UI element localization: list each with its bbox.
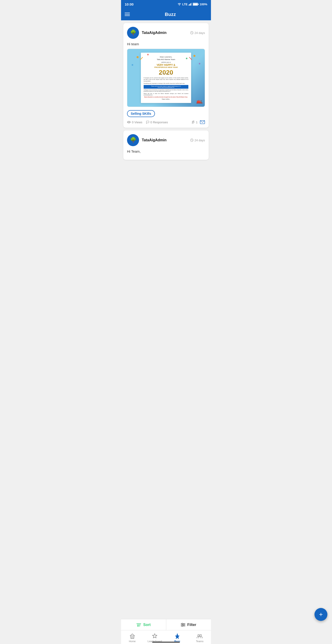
filter-icon	[181, 623, 185, 627]
status-time: 10:00	[125, 2, 134, 6]
avatar: 🌳	[127, 27, 139, 39]
newsletter-body1: If mangoes are for summers then grapes a…	[144, 77, 188, 82]
svg-marker-44	[175, 634, 179, 639]
post-card: 🌳 TataAigAdmin 24 days Hi Team,	[123, 130, 209, 160]
newsletter-body2: Something very important is missing in t…	[144, 83, 188, 84]
svg-rect-2	[190, 3, 191, 6]
status-icons: LTE 100%	[177, 2, 207, 6]
nav-label-home: Home	[129, 640, 136, 642]
eye-icon	[127, 121, 131, 124]
newsletter-reading: Happy reading...	[144, 98, 188, 100]
attachment-count: 1	[196, 120, 198, 124]
signal-icon	[189, 3, 192, 6]
post-tag[interactable]: Selling SKills	[127, 110, 155, 117]
filter-label: Filter	[187, 623, 196, 627]
views-stat: 0 Views	[127, 120, 142, 124]
buzz-icon	[174, 633, 180, 639]
svg-rect-13	[196, 102, 202, 104]
clock-icon	[190, 31, 193, 34]
filter-button[interactable]: Filter	[166, 619, 211, 630]
page-title: Buzz	[134, 12, 207, 17]
newsletter-year: 2020	[144, 69, 188, 76]
post-feed: 🌳 TataAigAdmin 24 days Hi team Dear Lear…	[121, 20, 211, 188]
post-author: TataAigAdmin	[142, 138, 190, 142]
svg-rect-0	[189, 4, 189, 6]
sort-label: Sort	[143, 623, 151, 627]
svg-point-25	[129, 122, 129, 122]
wifi-icon	[177, 3, 181, 6]
svg-text:🌳: 🌳	[130, 29, 137, 36]
home-icon	[129, 633, 135, 639]
newsletter-colleagues: Colleagues from all channels are request…	[144, 89, 188, 92]
newsletter-marine: Marine Newslink is a monthly info-letter…	[144, 96, 188, 98]
post-author: TataAigAdmin	[142, 31, 190, 35]
battery-label: 100%	[200, 2, 207, 6]
svg-rect-5	[198, 4, 198, 5]
attachment-stat: 1	[192, 120, 198, 124]
status-bar: 10:00 LTE 100%	[121, 0, 211, 8]
post-time: 24 days	[190, 138, 205, 142]
post-card: 🌳 TataAigAdmin 24 days Hi team Dear Lear…	[123, 23, 209, 128]
attachment-icon	[192, 120, 195, 124]
post-image: Dear Learners, Tata-AIG Marine Team wish…	[127, 49, 205, 107]
sort-filter-bar: Sort Filter	[121, 619, 211, 630]
svg-rect-6	[193, 3, 197, 5]
avatar: 🌳	[127, 134, 139, 146]
nav-item-home[interactable]: Home	[121, 630, 144, 644]
svg-line-31	[192, 140, 192, 140]
teams-icon	[197, 633, 203, 639]
sort-button[interactable]: Sort	[121, 619, 166, 630]
svg-point-23	[132, 64, 133, 66]
post-footer: 0 Views 0 Responses 1	[127, 120, 205, 124]
newsletter-wishes: wishes you a	[144, 62, 188, 63]
svg-point-45	[198, 634, 199, 636]
app-header: Buzz	[121, 8, 211, 20]
svg-point-40	[182, 625, 183, 626]
post-actions: 1	[192, 120, 205, 124]
email-icon	[200, 120, 205, 124]
comment-icon	[146, 121, 149, 124]
views-count: 0 Views	[132, 120, 142, 124]
newsletter-prosperous: PROSPEROUS NEW YEAR	[144, 66, 188, 68]
mailbox-icon	[196, 98, 203, 105]
svg-rect-14	[201, 100, 201, 104]
post-time-text: 24 days	[194, 138, 205, 142]
nav-item-teams[interactable]: Teams	[189, 630, 211, 644]
svg-rect-3	[191, 3, 192, 6]
post-header: 🌳 TataAigAdmin 24 days	[127, 134, 205, 146]
lte-label: LTE	[182, 2, 188, 6]
post-time-text: 24 days	[194, 31, 205, 35]
svg-rect-1	[189, 4, 190, 6]
newsletter-card: Dear Learners, Tata-AIG Marine Team wish…	[141, 53, 191, 103]
post-header: 🌳 TataAigAdmin 24 days	[127, 27, 205, 39]
hamburger-menu[interactable]	[125, 13, 130, 16]
sort-icon	[136, 623, 141, 627]
svg-point-46	[200, 634, 201, 636]
svg-point-38	[182, 623, 183, 624]
svg-text:🌳: 🌳	[130, 137, 137, 143]
clock-icon	[190, 138, 193, 142]
home-indicator	[152, 642, 180, 642]
post-time: 24 days	[190, 31, 205, 35]
newsletter-dear: Dear Learners,	[144, 56, 188, 58]
svg-point-19	[193, 55, 195, 57]
post-body-text: Hi team	[127, 42, 205, 46]
newsletter-email: Please send your article reviews to vjay…	[144, 85, 188, 89]
newsletter-team: Tata-AIG Marine Team	[144, 58, 188, 60]
responses-stat: 0 Responses	[146, 120, 168, 124]
responses-count: 0 Responses	[150, 120, 168, 124]
svg-marker-43	[153, 634, 157, 638]
newsletter-veryhappy: VERY HAPPY &	[144, 64, 188, 66]
svg-point-39	[183, 624, 184, 625]
post-body-text: Hi Team,	[127, 150, 205, 153]
leaderboard-icon	[152, 633, 158, 639]
battery-icon	[193, 3, 199, 6]
newsletter-share: Please feel free to share the Marine New…	[144, 93, 188, 96]
svg-point-17	[137, 56, 139, 58]
svg-line-11	[192, 33, 192, 33]
nav-label-teams: Teams	[196, 640, 203, 642]
svg-point-24	[199, 63, 200, 64]
post-image-container[interactable]: Dear Learners, Tata-AIG Marine Team wish…	[127, 49, 205, 107]
